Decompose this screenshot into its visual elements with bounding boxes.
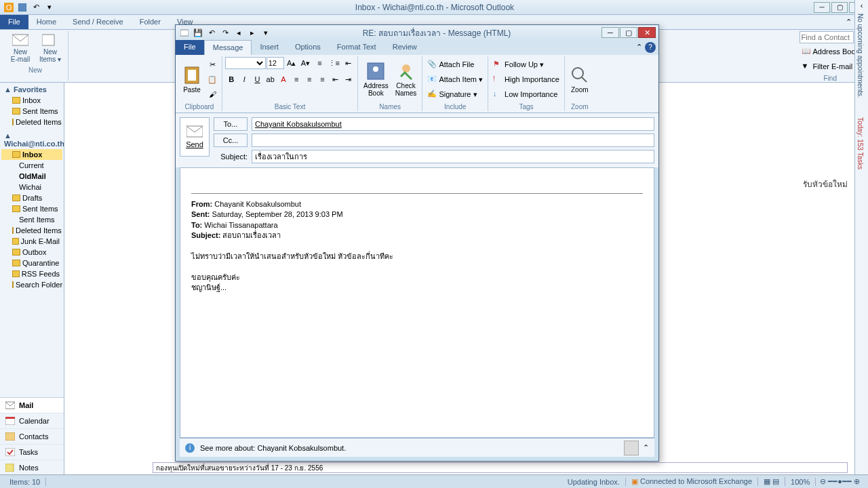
- address-book-button[interactable]: Address Book: [361, 60, 391, 98]
- zoom-slider[interactable]: ⊖ ━━●━━ ⊕: [816, 477, 864, 486]
- font-size-input[interactable]: [267, 57, 284, 69]
- nav-fav-sent[interactable]: Sent Items: [1, 106, 62, 117]
- qat-customize-icon[interactable]: ▾: [260, 26, 272, 39]
- preview-row[interactable]: กองทุนเปิดใหม่ที่เสนอขายระหว่างวันที่ 17…: [153, 462, 848, 473]
- qat-save-icon[interactable]: [16, 1, 28, 14]
- nav-drafts[interactable]: Drafts: [1, 192, 62, 203]
- people-pane-expand-icon[interactable]: ⌃: [643, 443, 649, 452]
- qat-save-icon[interactable]: 💾: [192, 26, 204, 39]
- compose-maximize-button[interactable]: ▢: [620, 27, 637, 38]
- minimize-ribbon-icon[interactable]: ⌃: [846, 18, 852, 26]
- compose-help-icon[interactable]: ?: [645, 42, 656, 53]
- to-field[interactable]: [252, 117, 654, 131]
- module-contacts[interactable]: Contacts: [0, 429, 64, 445]
- nav-quarantine[interactable]: Quarantine: [1, 258, 62, 268]
- decrease-indent-icon[interactable]: ⇤: [330, 73, 342, 86]
- check-names-button[interactable]: Check Names: [393, 60, 420, 98]
- attach-item-button[interactable]: 📧Attach Item ▾: [425, 73, 485, 86]
- font-family-select[interactable]: [225, 57, 266, 69]
- qat-customize-icon[interactable]: ▾: [43, 1, 56, 14]
- status-view-icons[interactable]: ▦ ▤: [758, 477, 785, 486]
- address-book-button[interactable]: 📖Address Book: [800, 45, 861, 58]
- module-mail[interactable]: Mail: [0, 398, 64, 413]
- nav-sent[interactable]: Sent Items: [1, 203, 62, 214]
- copy-button[interactable]: 📋: [205, 73, 219, 86]
- todo-bar[interactable]: ‹ No upcoming appointments. Today: 153 T…: [854, 0, 868, 488]
- cc-button[interactable]: Cc...: [214, 134, 248, 147]
- attach-file-button[interactable]: 📎Attach File: [425, 58, 485, 71]
- to-button[interactable]: To...: [214, 117, 248, 131]
- high-importance-button[interactable]: !High Importance: [491, 73, 561, 86]
- nav-sent-sub[interactable]: Sent Items: [1, 214, 62, 225]
- increase-indent-icon[interactable]: ⇥: [342, 73, 355, 86]
- compose-tab-file[interactable]: File: [176, 40, 204, 55]
- compose-titlebar[interactable]: 💾 ↶ ↷ ◂ ▸ ▾ RE: สอบถามเรื่องเวลา - Messa…: [176, 25, 658, 40]
- qat-redo-icon[interactable]: ↷: [219, 26, 231, 39]
- nav-junk[interactable]: Junk E-Mail: [1, 236, 62, 247]
- format-painter-button[interactable]: 🖌: [205, 87, 219, 101]
- shrink-font-icon[interactable]: A▾: [299, 56, 313, 70]
- minimize-button[interactable]: ─: [814, 2, 830, 13]
- compose-tab-review[interactable]: Review: [384, 40, 425, 55]
- nav-outbox[interactable]: Outbox: [1, 247, 62, 258]
- italic-button[interactable]: I: [238, 73, 250, 86]
- compose-minimize-button[interactable]: ─: [601, 27, 619, 38]
- align-center-icon[interactable]: ≡: [303, 73, 315, 86]
- compose-close-button[interactable]: ✕: [638, 27, 656, 38]
- nav-fav-inbox[interactable]: Inbox: [1, 95, 62, 106]
- nav-deleted[interactable]: Deleted Items: [1, 225, 62, 236]
- new-email-button[interactable]: New E-mail: [7, 31, 34, 65]
- outdent-icon[interactable]: ⇤: [341, 56, 355, 70]
- people-pane[interactable]: i See more about: Chayanit Kobsakulsombu…: [180, 438, 654, 457]
- account-header[interactable]: ▲ Wichai@nti.co.th: [1, 130, 62, 149]
- align-right-icon[interactable]: ≡: [316, 73, 328, 86]
- qat-next-icon[interactable]: ▸: [246, 26, 258, 39]
- zoom-button[interactable]: Zoom: [568, 64, 592, 95]
- new-items-button[interactable]: New Items ▾: [37, 31, 64, 65]
- compose-tab-message[interactable]: Message: [204, 40, 252, 55]
- maximize-button[interactable]: ▢: [831, 2, 848, 13]
- bold-button[interactable]: B: [225, 73, 237, 86]
- favorites-header[interactable]: ▲ Favorites: [1, 84, 62, 95]
- grow-font-icon[interactable]: A▴: [285, 56, 298, 70]
- numbering-icon[interactable]: ⋮≡: [327, 56, 340, 70]
- font-color-button[interactable]: A: [277, 73, 290, 86]
- nav-fav-deleted[interactable]: Deleted Items: [1, 117, 62, 127]
- cut-button[interactable]: ✂: [205, 58, 219, 71]
- follow-up-button[interactable]: ⚑Follow Up ▾: [491, 58, 561, 71]
- module-calendar[interactable]: Calendar: [0, 413, 64, 429]
- low-importance-button[interactable]: ↓Low Importance: [491, 87, 561, 101]
- compose-tab-format[interactable]: Format Text: [329, 40, 384, 55]
- compose-tab-insert[interactable]: Insert: [252, 40, 287, 55]
- highlight-button[interactable]: ab: [264, 73, 277, 86]
- compose-tab-options[interactable]: Options: [287, 40, 329, 55]
- tab-home[interactable]: Home: [28, 15, 64, 29]
- tab-folder[interactable]: Folder: [132, 15, 169, 29]
- nav-current[interactable]: Current: [1, 160, 62, 171]
- minimize-ribbon-icon[interactable]: ⌃: [636, 43, 642, 52]
- nav-wichai[interactable]: Wichai: [1, 182, 62, 192]
- qat-undo-icon[interactable]: ↶: [30, 1, 42, 14]
- filter-email-button[interactable]: ▼Filter E-mail ▾: [800, 60, 861, 73]
- find-contact-input[interactable]: [800, 31, 854, 43]
- qat-prev-icon[interactable]: ◂: [233, 26, 245, 39]
- bullets-icon[interactable]: ≡: [313, 56, 326, 70]
- underline-button[interactable]: U: [251, 73, 263, 86]
- nav-rss[interactable]: RSS Feeds: [1, 268, 62, 279]
- cc-field[interactable]: [252, 134, 654, 147]
- send-button[interactable]: Send: [180, 117, 210, 157]
- tab-file[interactable]: File: [0, 15, 28, 29]
- module-tasks[interactable]: Tasks: [0, 445, 64, 460]
- subject-field[interactable]: [252, 150, 654, 163]
- align-left-icon[interactable]: ≡: [290, 73, 302, 86]
- paste-button[interactable]: Paste: [180, 64, 204, 95]
- signature-button[interactable]: ✍Signature ▾: [425, 87, 485, 101]
- nav-inbox[interactable]: Inbox: [1, 149, 62, 160]
- collapse-icon[interactable]: ‹: [855, 0, 868, 11]
- qat-undo-icon[interactable]: ↶: [205, 26, 218, 39]
- compose-body-editor[interactable]: From: Chayanit Kobsakulsombut Sent: Satu…: [180, 167, 654, 438]
- module-notes[interactable]: Notes: [0, 460, 64, 476]
- tab-send-receive[interactable]: Send / Receive: [64, 15, 132, 29]
- nav-search-folders[interactable]: Search Folders: [1, 279, 62, 290]
- nav-oldmail[interactable]: OldMail: [1, 171, 62, 182]
